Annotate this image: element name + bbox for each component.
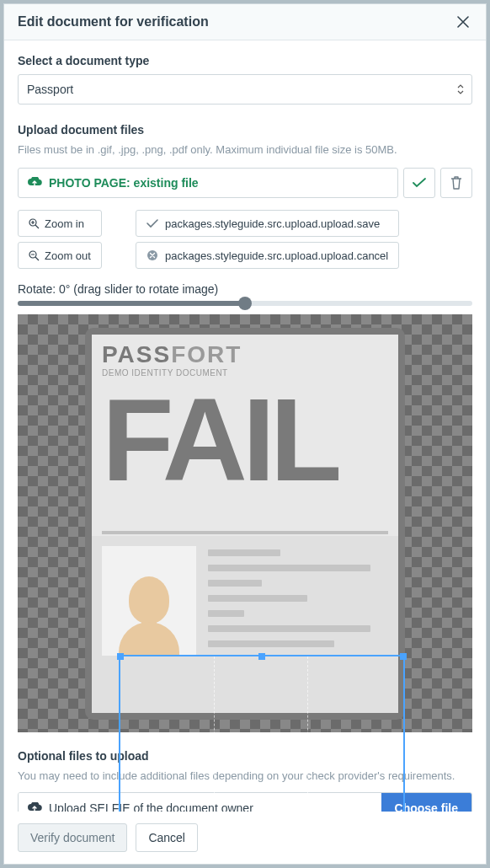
zoom-action-row: Zoom in Zoom out packages.styleguide.src… [18,210,472,269]
zoom-in-label: Zoom in [45,217,84,230]
document-brand: PASSFORT [92,335,398,368]
doc-type-select[interactable]: Passport [18,74,472,104]
image-preview[interactable]: PASSFORT DEMO IDENTITY DOCUMENT FAIL [18,314,472,732]
upload-hint: Files must be in .gif, .jpg, .png, .pdf … [18,143,472,156]
dialog-body: Select a document type Passport Upload d… [4,40,486,812]
dialog-footer: Verify document Cancel [4,812,486,864]
cloud-upload-icon [27,802,42,812]
trash-icon [450,176,462,190]
cancel-button[interactable]: Cancel [136,823,198,852]
document-watermark: FAIL [92,381,398,499]
verify-document-button[interactable]: Verify document [18,823,127,852]
rotate-label: Rotate: 0° (drag slider to rotate image) [18,282,472,296]
close-button[interactable] [454,13,472,31]
optional-label: Optional files to upload [18,749,472,763]
photo-placeholder [102,546,196,656]
zoom-in-icon [29,218,40,229]
check-icon [146,219,158,228]
selfie-upload-row: Upload SELFIE of the document owner Choo… [18,792,472,812]
cancel-circle-icon [146,249,158,261]
optional-hint: You may need to include additional files… [18,769,472,782]
document-card: PASSFORT DEMO IDENTITY DOCUMENT FAIL [85,328,405,720]
upload-save-label: packages.styleguide.src.upload.upload.sa… [165,217,380,230]
rotate-slider[interactable] [18,301,472,306]
cloud-upload-icon [27,177,42,189]
zoom-out-button[interactable]: Zoom out [18,242,102,269]
document-lower [92,536,398,713]
document-text-lines [208,546,388,703]
file-delete-button[interactable] [440,168,472,198]
dialog-title: Edit document for verification [18,14,209,29]
doc-type-select-wrap: Passport [18,74,472,104]
choose-file-button[interactable]: Choose file [381,793,471,812]
selfie-upload-label: Upload SELFIE of the document owner [49,801,253,812]
upload-save-button[interactable]: packages.styleguide.src.upload.upload.sa… [136,210,399,237]
dialog-header: Edit document for verification [4,4,486,40]
slider-thumb[interactable] [238,297,252,310]
close-icon [457,16,469,28]
file-row: PHOTO PAGE: existing file [18,168,472,198]
doc-type-label: Select a document type [18,54,472,67]
avatar-icon [115,571,183,656]
upload-cancel-label: packages.styleguide.src.upload.upload.ca… [165,249,388,262]
zoom-out-label: Zoom out [45,249,91,262]
check-icon [413,178,426,188]
edit-document-dialog: Edit document for verification Select a … [3,3,487,865]
selfie-upload-field[interactable]: Upload SELFIE of the document owner [19,793,381,812]
zoom-out-icon [29,250,40,261]
file-chip[interactable]: PHOTO PAGE: existing file [18,168,398,198]
upload-cancel-button[interactable]: packages.styleguide.src.upload.upload.ca… [136,242,399,269]
zoom-in-button[interactable]: Zoom in [18,210,102,237]
file-confirm-button[interactable] [403,168,435,198]
upload-label: Upload document files [18,123,472,137]
file-chip-label: PHOTO PAGE: existing file [49,176,199,190]
